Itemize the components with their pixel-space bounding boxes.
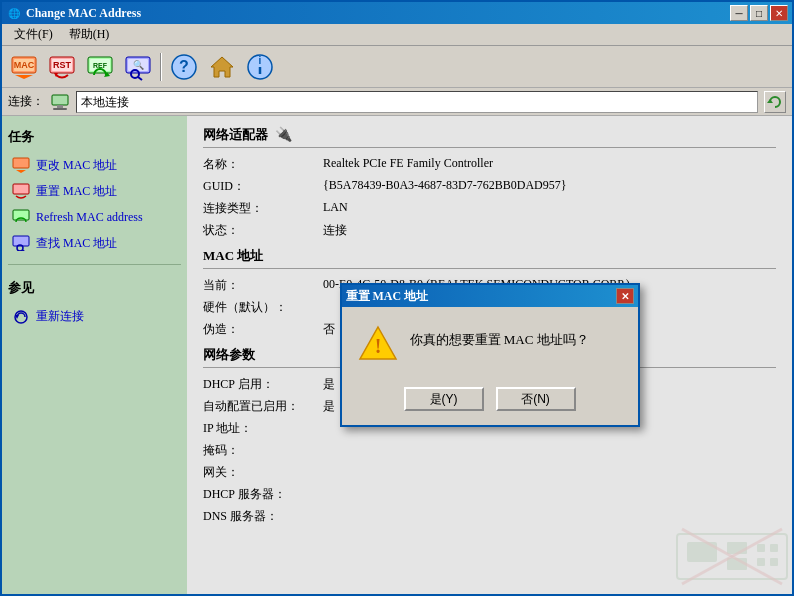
connection-select[interactable]: 本地连接 bbox=[76, 91, 758, 113]
change-label: 更改 MAC 地址 bbox=[36, 157, 117, 174]
modal-overlay: 重置 MAC 地址 ✕ ! 你真的想要重置 MAC 地址吗？ bbox=[187, 116, 792, 594]
reset-mac-dialog: 重置 MAC 地址 ✕ ! 你真的想要重置 MAC 地址吗？ bbox=[340, 283, 640, 427]
modal-buttons: 是(Y) 否(N) bbox=[342, 379, 638, 425]
toolbar-info[interactable]: i bbox=[242, 49, 278, 85]
sidebar-item-find[interactable]: 查找 MAC 地址 bbox=[8, 232, 181, 254]
toolbar-reset-mac[interactable]: RST bbox=[44, 49, 80, 85]
svg-text:i: i bbox=[259, 55, 262, 66]
svg-rect-27 bbox=[13, 158, 29, 168]
svg-marker-26 bbox=[767, 99, 773, 103]
svg-rect-23 bbox=[52, 95, 68, 105]
menu-file[interactable]: 文件(F) bbox=[6, 24, 61, 45]
svg-marker-3 bbox=[15, 75, 33, 79]
refresh-label: Refresh MAC address bbox=[36, 210, 143, 225]
sidebar-divider bbox=[8, 264, 181, 265]
svg-line-16 bbox=[138, 77, 142, 80]
connection-label: 连接： bbox=[8, 93, 44, 110]
svg-text:RST: RST bbox=[53, 60, 72, 70]
change-icon bbox=[12, 156, 30, 174]
svg-rect-25 bbox=[53, 108, 67, 110]
connection-select-wrapper: 本地连接 bbox=[76, 91, 758, 113]
sidebar-item-reset[interactable]: 重置 MAC 地址 bbox=[8, 180, 181, 202]
reset-icon bbox=[12, 182, 30, 200]
svg-marker-19 bbox=[211, 57, 233, 77]
find-icon bbox=[12, 234, 30, 252]
connection-refresh-button[interactable] bbox=[764, 91, 786, 113]
title-bar-buttons: ─ □ ✕ bbox=[730, 5, 788, 21]
sidebar: 任务 更改 MAC 地址 重置 MAC 地址 bbox=[2, 116, 187, 594]
close-button[interactable]: ✕ bbox=[770, 5, 788, 21]
main-area: 任务 更改 MAC 地址 重置 MAC 地址 bbox=[2, 116, 792, 594]
app-icon: 🌐 bbox=[6, 5, 22, 21]
toolbar-change-mac[interactable]: MAC bbox=[6, 49, 42, 85]
modal-close-button[interactable]: ✕ bbox=[616, 288, 634, 304]
title-bar-left: 🌐 Change MAC Address bbox=[6, 5, 141, 21]
sidebar-item-refresh[interactable]: Refresh MAC address bbox=[8, 206, 181, 228]
svg-rect-24 bbox=[57, 105, 63, 108]
see-title: 参见 bbox=[8, 279, 181, 297]
tasks-title: 任务 bbox=[8, 128, 181, 146]
svg-text:!: ! bbox=[374, 335, 381, 357]
find-label: 查找 MAC 地址 bbox=[36, 235, 117, 252]
network-icon bbox=[50, 93, 70, 111]
sidebar-item-reconnect[interactable]: 重新连接 bbox=[8, 305, 181, 327]
refresh-icon bbox=[12, 208, 30, 226]
modal-no-button[interactable]: 否(N) bbox=[496, 387, 576, 411]
svg-line-33 bbox=[23, 250, 26, 251]
svg-text:REF: REF bbox=[93, 62, 108, 69]
toolbar-find-mac[interactable]: 🔍 bbox=[120, 49, 156, 85]
sidebar-item-change[interactable]: 更改 MAC 地址 bbox=[8, 154, 181, 176]
reconnect-label: 重新连接 bbox=[36, 308, 84, 325]
modal-body: ! 你真的想要重置 MAC 地址吗？ bbox=[342, 307, 638, 379]
svg-marker-28 bbox=[16, 170, 26, 173]
svg-text:MAC: MAC bbox=[14, 60, 35, 70]
toolbar-separator-1 bbox=[160, 53, 162, 81]
toolbar: MAC RST REF bbox=[2, 46, 792, 88]
main-window: 🌐 Change MAC Address ─ □ ✕ 文件(F) 帮助(H) M… bbox=[0, 0, 794, 596]
modal-title-bar: 重置 MAC 地址 ✕ bbox=[342, 285, 638, 307]
modal-message: 你真的想要重置 MAC 地址吗？ bbox=[410, 323, 622, 349]
connection-bar: 连接： 本地连接 bbox=[2, 88, 792, 116]
content-panel: 网络适配器 🔌 名称： Realtek PCIe FE Family Contr… bbox=[187, 116, 792, 594]
toolbar-refresh-mac[interactable]: REF bbox=[82, 49, 118, 85]
svg-rect-29 bbox=[13, 184, 29, 194]
modal-title: 重置 MAC 地址 bbox=[346, 288, 429, 305]
title-bar: 🌐 Change MAC Address ─ □ ✕ bbox=[2, 2, 792, 24]
menu-bar: 文件(F) 帮助(H) bbox=[2, 24, 792, 46]
reset-label: 重置 MAC 地址 bbox=[36, 183, 117, 200]
toolbar-help[interactable]: ? bbox=[166, 49, 202, 85]
maximize-button[interactable]: □ bbox=[750, 5, 768, 21]
svg-text:?: ? bbox=[179, 58, 189, 75]
reconnect-icon bbox=[12, 307, 30, 325]
window-title: Change MAC Address bbox=[26, 6, 141, 21]
menu-help[interactable]: 帮助(H) bbox=[61, 24, 118, 45]
modal-yes-button[interactable]: 是(Y) bbox=[404, 387, 484, 411]
minimize-button[interactable]: ─ bbox=[730, 5, 748, 21]
warning-icon: ! bbox=[358, 323, 398, 363]
toolbar-home[interactable] bbox=[204, 49, 240, 85]
